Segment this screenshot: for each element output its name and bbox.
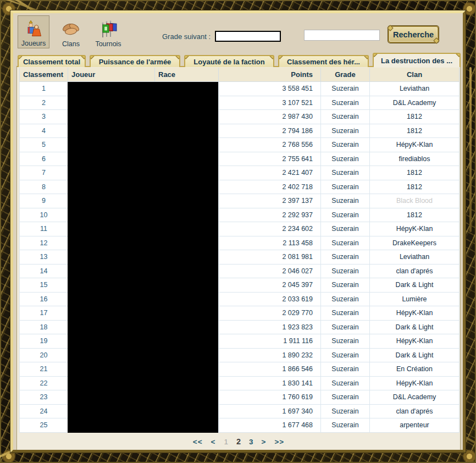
toolbar-button-tournois[interactable]: Tournois [92, 15, 124, 48]
points-cell: 2 113 458 [219, 236, 321, 250]
ranking-panel: Classement Joueur Race Points Grade Clan… [16, 66, 461, 450]
points-cell: 2 045 397 [219, 278, 321, 293]
ranking-tab[interactable]: Classement des hér... [278, 55, 369, 67]
points-cell: 1 697 340 [219, 404, 321, 418]
toolbar: Joueurs Clans [18, 15, 124, 48]
rank-cell: 16 [20, 292, 68, 306]
clan-cell: arpenteur [370, 418, 460, 433]
tab-bar: Classement total Puissance de l'armée Lo… [18, 53, 461, 67]
points-cell: 2 046 027 [219, 264, 321, 278]
rank-cell: 3 [20, 110, 68, 124]
grade-cell: Suzerain [321, 376, 370, 390]
pagination-item[interactable]: 1 [224, 438, 228, 446]
rank-cell: 1 [20, 82, 68, 96]
rank-cell: 6 [20, 152, 68, 166]
grade-cell: Suzerain [321, 166, 370, 180]
rank-cell: 15 [20, 278, 68, 293]
frame-vine-ornament [469, 67, 472, 232]
column-header-classement[interactable]: Classement [20, 68, 68, 82]
grade-cell: Suzerain [321, 110, 370, 124]
search-input[interactable] [304, 30, 380, 41]
tab-label: Puissance de l'armée [99, 58, 171, 66]
points-cell: 2 033 619 [219, 292, 321, 306]
tab-label: Loyauté de la faction [193, 58, 264, 66]
rank-cell: 11 [20, 222, 68, 236]
rank-cell: 18 [20, 320, 68, 334]
toolbar-button-label: Clans [62, 40, 80, 48]
clan-cell: 1812 [370, 124, 460, 138]
clan-cell: 1812 [370, 180, 460, 194]
grade-suivant-input[interactable] [215, 31, 281, 42]
grade-cell: Suzerain [321, 362, 370, 377]
pagination-item[interactable]: << [193, 438, 203, 446]
toolbar-button-label: Joueurs [21, 40, 46, 47]
grade-cell: Suzerain [321, 306, 370, 321]
clan-cell: clan d'aprés [370, 264, 460, 278]
grade-cell: Suzerain [321, 250, 370, 264]
rank-cell: 22 [20, 376, 68, 390]
ranking-tab[interactable]: Puissance de l'armée [90, 55, 180, 67]
rank-cell: 24 [20, 404, 68, 418]
table-header-row: Classement Joueur Race Points Grade Clan [20, 68, 460, 82]
grade-cell: Suzerain [321, 292, 370, 306]
players-icon [24, 20, 43, 40]
censored-region [68, 82, 218, 433]
points-cell: 2 081 981 [219, 250, 321, 264]
points-cell: 2 029 770 [219, 306, 321, 321]
grade-cell: Suzerain [321, 418, 370, 433]
content-area: Joueurs Clans [13, 13, 463, 450]
clan-cell: Leviathan [370, 82, 460, 96]
points-cell: 1 760 619 [219, 390, 321, 405]
clan-cell: Dark & Light [370, 348, 460, 362]
pagination-item[interactable]: >> [274, 438, 284, 446]
rank-cell: 20 [20, 348, 68, 362]
ranking-tab[interactable]: Loyauté de la faction [184, 55, 274, 67]
column-header-race[interactable]: Race [155, 68, 219, 82]
points-cell: 2 292 937 [219, 208, 321, 222]
ranking-tab[interactable]: Classement total [18, 55, 86, 67]
clan-cell: Lumière [370, 292, 460, 306]
column-header-clan[interactable]: Clan [370, 68, 460, 82]
pagination-item[interactable]: > [262, 438, 267, 446]
clan-cell: 1812 [370, 166, 460, 180]
ranking-tab[interactable]: La destruction des ... [373, 53, 461, 67]
clan-cell: HépyK-Klan [370, 334, 460, 349]
column-header-grade[interactable]: Grade [321, 68, 370, 82]
pagination-item[interactable]: < [211, 438, 216, 446]
recherche-button[interactable]: Recherche [388, 26, 439, 43]
rank-cell: 2 [20, 96, 68, 110]
clan-cell: HépyK-Klan [370, 376, 460, 390]
points-cell: 2 234 602 [219, 222, 321, 236]
grade-cell: Suzerain [321, 348, 370, 362]
tab-label: La destruction des ... [381, 57, 452, 65]
grade-suivant-label: Grade suivant : [162, 32, 211, 41]
rank-cell: 7 [20, 166, 68, 180]
grade-cell: Suzerain [321, 404, 370, 418]
clan-cell: En Création [370, 362, 460, 377]
grade-cell: Suzerain [321, 194, 370, 208]
points-cell: 1 866 546 [219, 362, 321, 377]
column-header-points[interactable]: Points [219, 68, 321, 82]
pagination-item[interactable]: 3 [249, 438, 253, 446]
rank-cell: 21 [20, 362, 68, 377]
toolbar-button-joueurs[interactable]: Joueurs [18, 15, 49, 48]
grade-cell: Suzerain [321, 390, 370, 405]
tab-label: Classement total [23, 58, 80, 66]
rank-cell: 8 [20, 180, 68, 194]
points-cell: 1 830 141 [219, 376, 321, 390]
rank-cell: 5 [20, 138, 68, 152]
pagination-item[interactable]: 2 [236, 437, 241, 446]
rank-cell: 4 [20, 124, 68, 138]
tournament-flags-icon [98, 20, 118, 40]
grade-cell: Suzerain [321, 180, 370, 194]
clan-cell: DrakeKeepers [370, 236, 460, 250]
grade-cell: Suzerain [321, 82, 370, 96]
toolbar-button-label: Tournois [95, 40, 121, 48]
column-header-joueur[interactable]: Joueur [68, 68, 155, 82]
clan-cell: Dark & Light [370, 278, 460, 293]
grade-suivant-field: Grade suivant : [162, 31, 281, 42]
points-cell: 2 755 641 [219, 152, 321, 166]
points-cell: 2 397 137 [219, 194, 321, 208]
toolbar-button-clans[interactable]: Clans [55, 15, 87, 48]
rank-cell: 23 [20, 390, 68, 405]
